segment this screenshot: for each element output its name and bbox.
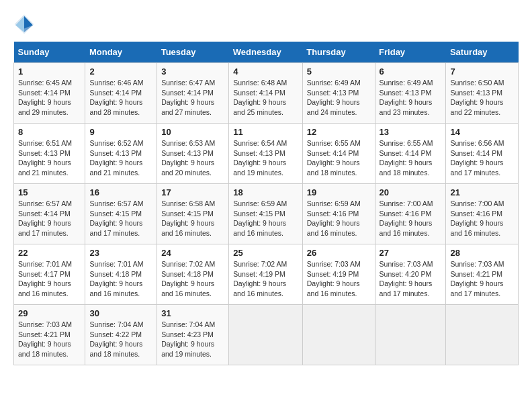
day-number: 23	[89, 248, 152, 258]
header-row: SundayMondayTuesdayWednesdayThursdayFrid…	[14, 42, 519, 63]
day-number: 17	[161, 187, 224, 197]
calendar-table: SundayMondayTuesdayWednesdayThursdayFrid…	[13, 42, 519, 365]
day-number: 5	[307, 66, 371, 77]
calendar-cell: 1Sunrise: 6:45 AM Sunset: 4:14 PM Daylig…	[14, 63, 85, 124]
cell-info: Sunrise: 6:57 AM Sunset: 4:15 PM Dayligh…	[89, 199, 152, 238]
calendar-cell: 13Sunrise: 6:55 AM Sunset: 4:14 PM Dayli…	[375, 124, 446, 184]
cell-info: Sunrise: 6:45 AM Sunset: 4:14 PM Dayligh…	[18, 78, 81, 118]
day-number: 18	[233, 187, 298, 197]
day-number: 1	[18, 66, 81, 77]
calendar-cell: 7Sunrise: 6:50 AM Sunset: 4:13 PM Daylig…	[446, 63, 519, 124]
calendar-cell: 26Sunrise: 7:03 AM Sunset: 4:19 PM Dayli…	[302, 244, 375, 305]
cell-info: Sunrise: 7:01 AM Sunset: 4:18 PM Dayligh…	[89, 259, 152, 299]
header-cell-sunday: Sunday	[14, 42, 85, 63]
calendar-cell: 16Sunrise: 6:57 AM Sunset: 4:15 PM Dayli…	[85, 184, 157, 244]
header-cell-friday: Friday	[375, 42, 446, 63]
day-number: 20	[380, 187, 442, 197]
calendar-cell: 21Sunrise: 7:00 AM Sunset: 4:16 PM Dayli…	[446, 184, 519, 244]
cell-info: Sunrise: 7:03 AM Sunset: 4:19 PM Dayligh…	[307, 259, 371, 299]
day-number: 27	[380, 248, 442, 258]
calendar-cell: 19Sunrise: 6:59 AM Sunset: 4:16 PM Dayli…	[302, 184, 375, 244]
calendar-header: SundayMondayTuesdayWednesdayThursdayFrid…	[14, 42, 519, 63]
calendar-cell: 20Sunrise: 7:00 AM Sunset: 4:16 PM Dayli…	[375, 184, 446, 244]
day-number: 8	[18, 127, 81, 137]
cell-info: Sunrise: 7:03 AM Sunset: 4:21 PM Dayligh…	[18, 320, 81, 359]
day-number: 13	[380, 127, 442, 137]
calendar-cell: 12Sunrise: 6:55 AM Sunset: 4:14 PM Dayli…	[302, 124, 375, 184]
day-number: 21	[450, 187, 514, 197]
cell-info: Sunrise: 7:04 AM Sunset: 4:22 PM Dayligh…	[89, 320, 152, 359]
header-cell-tuesday: Tuesday	[157, 42, 229, 63]
cell-info: Sunrise: 7:03 AM Sunset: 4:21 PM Dayligh…	[450, 259, 514, 299]
day-number: 19	[307, 187, 371, 197]
day-number: 12	[307, 127, 371, 137]
header-cell-monday: Monday	[85, 42, 157, 63]
day-number: 15	[18, 187, 81, 197]
day-number: 4	[233, 66, 298, 77]
calendar-body: 1Sunrise: 6:45 AM Sunset: 4:14 PM Daylig…	[14, 63, 519, 365]
calendar-cell: 2Sunrise: 6:46 AM Sunset: 4:14 PM Daylig…	[85, 63, 157, 124]
header-cell-saturday: Saturday	[446, 42, 519, 63]
cell-info: Sunrise: 6:47 AM Sunset: 4:14 PM Dayligh…	[161, 78, 224, 118]
calendar-cell: 18Sunrise: 6:59 AM Sunset: 4:15 PM Dayli…	[229, 184, 302, 244]
cell-info: Sunrise: 7:00 AM Sunset: 4:16 PM Dayligh…	[450, 199, 514, 238]
calendar-cell: 29Sunrise: 7:03 AM Sunset: 4:21 PM Dayli…	[14, 305, 85, 365]
calendar-cell: 8Sunrise: 6:51 AM Sunset: 4:13 PM Daylig…	[14, 124, 85, 184]
calendar-cell: 10Sunrise: 6:53 AM Sunset: 4:13 PM Dayli…	[157, 124, 229, 184]
svg-marker-3	[15, 16, 24, 32]
page-header	[13, 13, 519, 35]
day-number: 22	[18, 248, 81, 258]
calendar-cell: 28Sunrise: 7:03 AM Sunset: 4:21 PM Dayli…	[446, 244, 519, 305]
cell-info: Sunrise: 6:46 AM Sunset: 4:14 PM Dayligh…	[89, 78, 152, 118]
day-number: 24	[161, 248, 224, 258]
day-number: 11	[233, 127, 298, 137]
cell-info: Sunrise: 6:48 AM Sunset: 4:14 PM Dayligh…	[233, 78, 298, 118]
day-number: 7	[450, 66, 514, 77]
cell-info: Sunrise: 6:49 AM Sunset: 4:13 PM Dayligh…	[380, 78, 442, 118]
day-number: 2	[89, 66, 152, 77]
cell-info: Sunrise: 6:55 AM Sunset: 4:14 PM Dayligh…	[380, 138, 442, 178]
calendar-cell: 9Sunrise: 6:52 AM Sunset: 4:13 PM Daylig…	[85, 124, 157, 184]
calendar-cell: 22Sunrise: 7:01 AM Sunset: 4:17 PM Dayli…	[14, 244, 85, 305]
week-row-4: 22Sunrise: 7:01 AM Sunset: 4:17 PM Dayli…	[14, 244, 519, 305]
cell-info: Sunrise: 7:02 AM Sunset: 4:18 PM Dayligh…	[161, 259, 224, 299]
logo-icon	[13, 13, 35, 35]
cell-info: Sunrise: 6:49 AM Sunset: 4:13 PM Dayligh…	[307, 78, 371, 118]
calendar-cell: 15Sunrise: 6:57 AM Sunset: 4:14 PM Dayli…	[14, 184, 85, 244]
calendar-cell: 23Sunrise: 7:01 AM Sunset: 4:18 PM Dayli…	[85, 244, 157, 305]
calendar-cell: 25Sunrise: 7:02 AM Sunset: 4:19 PM Dayli…	[229, 244, 302, 305]
day-number: 26	[307, 248, 371, 258]
calendar-cell: 11Sunrise: 6:54 AM Sunset: 4:13 PM Dayli…	[229, 124, 302, 184]
cell-info: Sunrise: 6:55 AM Sunset: 4:14 PM Dayligh…	[307, 138, 371, 178]
day-number: 29	[18, 308, 81, 318]
cell-info: Sunrise: 6:51 AM Sunset: 4:13 PM Dayligh…	[18, 138, 81, 178]
logo	[13, 13, 39, 35]
cell-info: Sunrise: 6:54 AM Sunset: 4:13 PM Dayligh…	[233, 138, 298, 178]
header-cell-thursday: Thursday	[302, 42, 375, 63]
day-number: 10	[161, 127, 224, 137]
header-cell-wednesday: Wednesday	[229, 42, 302, 63]
calendar-cell: 31Sunrise: 7:04 AM Sunset: 4:23 PM Dayli…	[157, 305, 229, 365]
week-row-2: 8Sunrise: 6:51 AM Sunset: 4:13 PM Daylig…	[14, 124, 519, 184]
calendar-cell	[375, 305, 446, 365]
cell-info: Sunrise: 7:02 AM Sunset: 4:19 PM Dayligh…	[233, 259, 298, 299]
calendar-cell: 27Sunrise: 7:03 AM Sunset: 4:20 PM Dayli…	[375, 244, 446, 305]
day-number: 3	[161, 66, 224, 77]
calendar-cell: 17Sunrise: 6:58 AM Sunset: 4:15 PM Dayli…	[157, 184, 229, 244]
cell-info: Sunrise: 7:00 AM Sunset: 4:16 PM Dayligh…	[380, 199, 442, 238]
cell-info: Sunrise: 6:57 AM Sunset: 4:14 PM Dayligh…	[18, 199, 81, 238]
calendar-cell: 3Sunrise: 6:47 AM Sunset: 4:14 PM Daylig…	[157, 63, 229, 124]
cell-info: Sunrise: 6:52 AM Sunset: 4:13 PM Dayligh…	[89, 138, 152, 178]
day-number: 14	[450, 127, 514, 137]
day-number: 25	[233, 248, 298, 258]
day-number: 31	[161, 308, 224, 318]
cell-info: Sunrise: 6:53 AM Sunset: 4:13 PM Dayligh…	[161, 138, 224, 178]
cell-info: Sunrise: 7:03 AM Sunset: 4:20 PM Dayligh…	[380, 259, 442, 299]
calendar-cell	[302, 305, 375, 365]
calendar-cell: 24Sunrise: 7:02 AM Sunset: 4:18 PM Dayli…	[157, 244, 229, 305]
calendar-cell: 14Sunrise: 6:56 AM Sunset: 4:14 PM Dayli…	[446, 124, 519, 184]
calendar-cell	[229, 305, 302, 365]
day-number: 9	[89, 127, 152, 137]
cell-info: Sunrise: 7:01 AM Sunset: 4:17 PM Dayligh…	[18, 259, 81, 299]
calendar-cell	[446, 305, 519, 365]
